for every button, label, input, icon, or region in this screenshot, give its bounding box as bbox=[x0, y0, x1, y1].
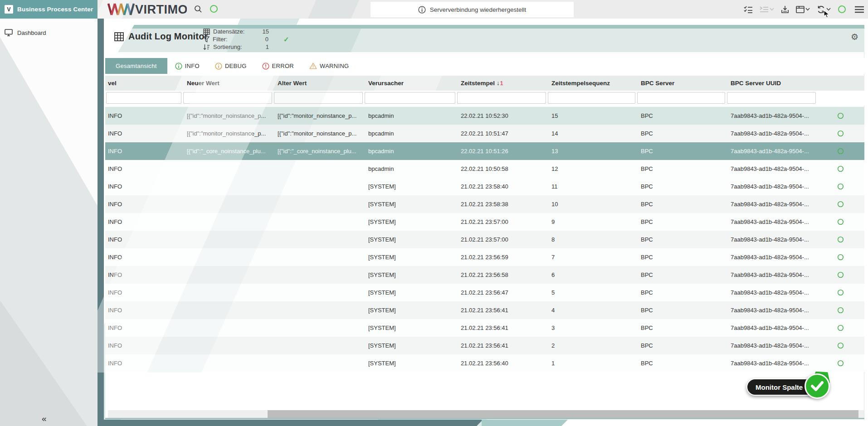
grid-icon bbox=[114, 32, 124, 41]
menu-icon[interactable] bbox=[854, 0, 864, 19]
tab-label: Gesamtansicht bbox=[116, 63, 157, 69]
chevron-down-icon bbox=[806, 8, 809, 10]
sort-desc-icon: ↓ bbox=[497, 80, 500, 87]
monitor-icon bbox=[5, 29, 13, 36]
cell-uuid: 7aab9843-ad1b-482a-9504-... bbox=[726, 236, 817, 243]
cell-uuid: 7aab9843-ad1b-482a-9504-... bbox=[726, 112, 817, 119]
window-icon[interactable] bbox=[796, 6, 810, 13]
cell-verursacher: [SYSTEM] bbox=[364, 218, 456, 225]
refresh-icon[interactable] bbox=[817, 5, 831, 14]
table-row[interactable]: INFO[SYSTEM]21.02.21 23:56:401BPC7aab984… bbox=[105, 354, 864, 372]
tab-error[interactable]: ERROR bbox=[254, 58, 302, 74]
table-row[interactable]: INFO[{"id":"monitor_noinstance_p...[{"id… bbox=[105, 125, 864, 142]
background-slate-edge bbox=[98, 19, 104, 426]
filter-input-level[interactable] bbox=[106, 92, 181, 104]
cell-level: INFO bbox=[105, 183, 182, 190]
sidebar-item-dashboard[interactable]: Dashboard bbox=[0, 27, 98, 39]
filter-input-verursacher[interactable] bbox=[365, 92, 455, 104]
column-header-level[interactable]: vel bbox=[105, 80, 182, 87]
panel-bottom-edge bbox=[105, 418, 864, 419]
row-status-ring-icon bbox=[817, 342, 864, 349]
table-row[interactable]: INFO[SYSTEM]21.02.21 23:56:475BPC7aab984… bbox=[105, 284, 864, 301]
tab-gesamtansicht[interactable]: Gesamtansicht bbox=[105, 58, 167, 74]
tab-label: WARNING bbox=[320, 63, 349, 69]
column-header-verursacher[interactable]: Verursacher bbox=[364, 80, 456, 87]
tab-warning[interactable]: WARNING bbox=[302, 58, 356, 74]
column-header-uuid[interactable]: BPC Server UUID bbox=[726, 80, 817, 87]
cell-zeit: 21.02.21 23:56:41 bbox=[456, 324, 547, 331]
cell-zeit: 22.02.21 10:50:58 bbox=[456, 165, 547, 172]
cell-zeit: 22.02.21 10:52:30 bbox=[456, 112, 547, 119]
filter-input-zeit[interactable] bbox=[457, 92, 546, 104]
filter-input-server[interactable] bbox=[637, 92, 725, 104]
filter-input-alter[interactable] bbox=[274, 92, 363, 104]
row-status-ring-icon bbox=[817, 165, 864, 172]
row-status-ring-icon bbox=[817, 360, 864, 367]
cell-seq: 7 bbox=[547, 254, 636, 261]
cell-level: INFO bbox=[105, 271, 182, 278]
download-icon[interactable] bbox=[781, 5, 789, 14]
table-row[interactable]: INFO[SYSTEM]21.02.21 23:58:4011BPC7aab98… bbox=[105, 178, 864, 195]
table-row[interactable]: INFO[SYSTEM]21.02.21 23:57:009BPC7aab984… bbox=[105, 213, 864, 231]
gear-icon[interactable]: ⚙ bbox=[851, 32, 858, 42]
virtimo-logo: VIRTIMO bbox=[107, 2, 187, 16]
search-icon[interactable] bbox=[194, 5, 202, 13]
table-row[interactable]: INFO[SYSTEM]21.02.21 23:56:412BPC7aab984… bbox=[105, 337, 864, 354]
table-row[interactable]: INFO[{"id":"_core_noinstance_plu...[{"id… bbox=[105, 142, 864, 160]
cell-seq: 14 bbox=[547, 130, 636, 137]
cell-uuid: 7aab9843-ad1b-482a-9504-... bbox=[726, 271, 817, 278]
app-logo-icon: V bbox=[5, 5, 13, 14]
column-header-alter[interactable]: Alter Wert bbox=[273, 80, 364, 87]
app-brand[interactable]: V Business Process Center bbox=[0, 0, 98, 19]
cell-level: INFO bbox=[105, 324, 182, 331]
stat-label: Filter: bbox=[213, 36, 253, 43]
panel-stats: Datensätze:15Filter:0✓Sortierung:1 bbox=[203, 28, 289, 51]
table-row[interactable]: INFO[SYSTEM]21.02.21 23:57:008BPC7aab984… bbox=[105, 231, 864, 248]
horizontal-scrollbar[interactable] bbox=[108, 410, 864, 418]
table-row[interactable]: INFO[SYSTEM]21.02.21 23:56:413BPC7aab984… bbox=[105, 319, 864, 337]
cell-uuid: 7aab9843-ad1b-482a-9504-... bbox=[726, 342, 817, 349]
table-row[interactable]: INFO[SYSTEM]21.02.21 23:56:597BPC7aab984… bbox=[105, 248, 864, 266]
tab-bar: GesamtansichtINFODEBUGERRORWARNING bbox=[105, 58, 864, 74]
column-label: Zeitstempel bbox=[461, 80, 495, 87]
column-header-server[interactable]: BPC Server bbox=[636, 80, 726, 87]
cell-level: INFO bbox=[105, 236, 182, 243]
column-header-neuer[interactable]: Neuer Wert bbox=[182, 80, 273, 87]
column-header-zeit[interactable]: Zeitstempel↓1 bbox=[456, 80, 547, 87]
row-status-ring-icon bbox=[817, 271, 864, 278]
horizontal-scrollbar-thumb[interactable] bbox=[268, 410, 858, 418]
cell-zeit: 21.02.21 23:56:40 bbox=[456, 360, 547, 367]
filter-input-uuid[interactable] bbox=[727, 92, 816, 104]
cell-level: INFO bbox=[105, 289, 182, 296]
cell-seq: 13 bbox=[547, 148, 636, 155]
cell-seq: 11 bbox=[547, 183, 636, 190]
background-slate-edge bbox=[98, 420, 483, 426]
tab-info[interactable]: INFO bbox=[167, 58, 207, 74]
table-row[interactable]: INFO[SYSTEM]21.02.21 23:58:3810BPC7aab98… bbox=[105, 195, 864, 213]
cell-verursacher: [SYSTEM] bbox=[364, 324, 456, 331]
cell-level: INFO bbox=[105, 342, 182, 349]
tab-label: INFO bbox=[185, 63, 200, 69]
column-header-seq[interactable]: Zeitstempelsequenz bbox=[547, 80, 636, 87]
cell-seq: 15 bbox=[547, 112, 636, 119]
cell-level: INFO bbox=[105, 218, 182, 225]
table-row[interactable]: INFO[{"id":"monitor_noinstance_p...[{"id… bbox=[105, 107, 864, 125]
table-row[interactable]: INFObpcadmin22.02.21 10:50:5812BPC7aab98… bbox=[105, 160, 864, 178]
filter-input-neuer[interactable] bbox=[183, 92, 272, 104]
cell-zeit: 22.02.21 10:51:26 bbox=[456, 148, 547, 155]
grid-icon bbox=[203, 29, 210, 35]
table-row[interactable]: INFO[SYSTEM]21.02.21 23:56:414BPC7aab984… bbox=[105, 301, 864, 319]
table-header-row: velNeuer WertAlter WertVerursacherZeitst… bbox=[105, 76, 864, 91]
sort-order: 1 bbox=[500, 80, 503, 87]
cell-neuer: [{"id":"monitor_noinstance_p... bbox=[182, 130, 273, 137]
cell-level: INFO bbox=[105, 112, 182, 119]
sidebar-collapse-button[interactable]: « bbox=[42, 414, 47, 424]
column-label: BPC Server bbox=[641, 80, 674, 87]
filter-input-seq[interactable] bbox=[548, 92, 635, 104]
cell-seq: 4 bbox=[547, 307, 636, 314]
cell-verursacher: [SYSTEM] bbox=[364, 360, 456, 367]
cell-verursacher: bpcadmin bbox=[364, 165, 456, 172]
tasklist-icon[interactable] bbox=[744, 5, 753, 14]
tab-debug[interactable]: DEBUG bbox=[207, 58, 254, 74]
table-row[interactable]: INFO[SYSTEM]21.02.21 23:56:586BPC7aab984… bbox=[105, 266, 864, 284]
